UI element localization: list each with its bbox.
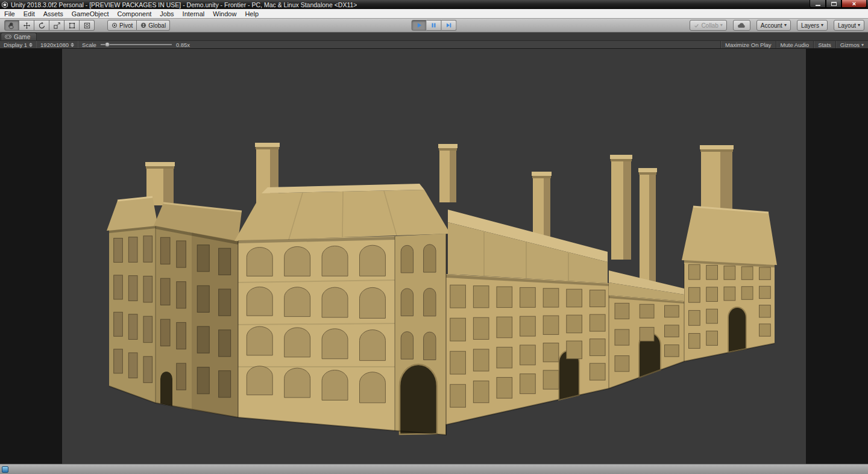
account-dropdown[interactable]: Account ▾ — [756, 20, 791, 31]
menu-help[interactable]: Help — [241, 10, 263, 18]
menu-assets[interactable]: Assets — [39, 10, 68, 18]
account-label: Account — [761, 22, 782, 29]
unity-editor-window: Unity 2018.3.0f2 Personal - [PREVIEW PAC… — [0, 0, 868, 474]
display-label: Display 1 — [4, 42, 27, 48]
mute-audio-button[interactable]: Mute Audio — [776, 41, 814, 48]
scale-slider[interactable] — [101, 42, 172, 48]
collab-label: Collab — [701, 22, 718, 29]
bottom-panel-edge — [0, 464, 868, 474]
pause-icon — [431, 22, 437, 28]
step-icon — [446, 22, 452, 28]
window-title: Unity 2018.3.0f2 Personal - [PREVIEW PAC… — [11, 1, 357, 8]
global-toggle-button[interactable]: Global — [137, 20, 170, 31]
game-view-toolbar: Display 1 1920x1080 Scale 0.85x Maximize… — [0, 41, 868, 49]
chevron-down-icon: ▾ — [861, 42, 864, 48]
maximize-on-play-label: Maximize On Play — [725, 42, 772, 48]
gizmos-label: Gizmos — [840, 42, 860, 48]
maximize-on-play-button[interactable]: Maximize On Play — [720, 41, 776, 48]
close-button[interactable]: × — [841, 0, 867, 8]
chevron-down-icon: ▾ — [720, 23, 723, 28]
chevron-down-icon: ▾ — [821, 23, 823, 28]
chevron-down-icon: ▾ — [858, 23, 860, 28]
minimize-button[interactable] — [810, 0, 826, 8]
panel-icon[interactable] — [2, 466, 8, 473]
stats-button[interactable]: Stats — [813, 41, 835, 48]
scale-icon — [53, 22, 61, 30]
menu-window[interactable]: Window — [209, 10, 241, 18]
unity-logo-icon — [1, 1, 8, 8]
game-viewport — [0, 49, 868, 464]
stats-label: Stats — [818, 42, 831, 48]
scale-label: Scale — [82, 42, 96, 48]
menu-internal[interactable]: Internal — [178, 10, 209, 18]
menu-bar: File Edit Assets GameObject Component Jo… — [0, 9, 868, 19]
pivot-toggle-button[interactable]: Pivot — [107, 20, 137, 31]
scale-control: Scale 0.85x — [78, 41, 193, 48]
updown-arrows-icon — [71, 43, 74, 47]
main-toolbar: Pivot Global Collab ▾ — [0, 19, 868, 33]
collab-check-icon — [694, 23, 699, 28]
play-button[interactable] — [412, 20, 427, 31]
layers-label: Layers — [801, 22, 819, 29]
scale-value: 0.85x — [176, 42, 190, 48]
play-icon — [416, 22, 422, 28]
hand-icon — [8, 22, 16, 30]
hand-tool-button[interactable] — [4, 20, 19, 31]
menu-gameobject[interactable]: GameObject — [68, 10, 113, 18]
display-dropdown[interactable]: Display 1 — [0, 41, 36, 48]
chevron-down-icon: ▾ — [784, 23, 787, 28]
transform-icon — [83, 22, 91, 30]
collab-dropdown[interactable]: Collab ▾ — [690, 20, 726, 31]
rect-tool-button[interactable] — [64, 20, 80, 31]
menu-jobs[interactable]: Jobs — [156, 10, 178, 18]
menu-component[interactable]: Component — [113, 10, 156, 18]
maximize-button[interactable] — [826, 0, 841, 8]
globe-icon — [140, 22, 146, 28]
building-model — [62, 49, 806, 464]
transform-tool-button[interactable] — [80, 20, 95, 31]
mute-audio-label: Mute Audio — [781, 42, 810, 48]
resolution-dropdown[interactable]: 1920x1080 — [37, 41, 78, 48]
step-button[interactable] — [442, 20, 457, 31]
layout-dropdown[interactable]: Layout ▾ — [834, 20, 864, 31]
titlebar: Unity 2018.3.0f2 Personal - [PREVIEW PAC… — [0, 0, 868, 9]
pivot-icon — [112, 22, 118, 28]
rotate-tool-button[interactable] — [34, 20, 49, 31]
updown-arrows-icon — [29, 43, 33, 47]
rotate-icon — [38, 22, 46, 30]
global-label: Global — [148, 22, 166, 29]
pause-button[interactable] — [427, 20, 442, 31]
game-tab-icon — [5, 34, 11, 39]
menu-edit[interactable]: Edit — [19, 10, 39, 18]
tab-game[interactable]: Game — [1, 33, 37, 40]
rect-icon — [68, 22, 76, 30]
render-area[interactable] — [62, 49, 806, 464]
cloud-button[interactable] — [733, 20, 750, 31]
game-tab-label: Game — [14, 34, 30, 40]
scale-slider-thumb[interactable] — [105, 42, 110, 47]
layout-label: Layout — [838, 22, 856, 29]
scale-slider-track[interactable] — [101, 44, 172, 45]
game-tab-strip: Game — [0, 33, 868, 41]
pivot-label: Pivot — [119, 22, 133, 29]
layers-dropdown[interactable]: Layers ▾ — [797, 20, 828, 31]
scale-tool-button[interactable] — [49, 20, 64, 31]
menu-file[interactable]: File — [0, 10, 19, 18]
resolution-label: 1920x1080 — [40, 42, 69, 48]
gizmos-dropdown[interactable]: Gizmos ▾ — [835, 41, 868, 48]
move-tool-button[interactable] — [19, 20, 34, 31]
cloud-icon — [737, 23, 746, 28]
move-icon — [23, 22, 31, 30]
